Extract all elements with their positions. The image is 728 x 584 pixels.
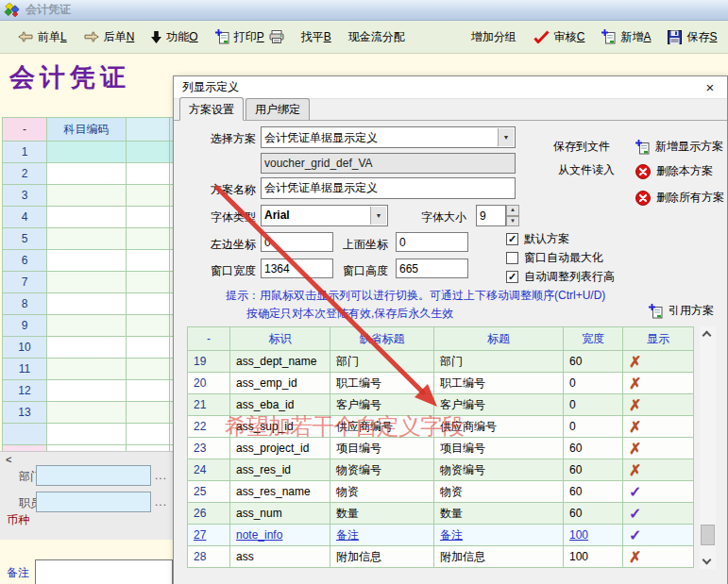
- note-input[interactable]: [35, 559, 173, 584]
- col-visible-cell[interactable]: ✗: [623, 438, 694, 459]
- checkbox-0[interactable]: ✓默认方案: [506, 231, 569, 246]
- table-row[interactable]: 19ass_dept_name部门部门60✗: [188, 351, 694, 373]
- voucher-cell[interactable]: [127, 293, 170, 315]
- voucher-cell[interactable]: [47, 207, 127, 228]
- voucher-cell[interactable]: [47, 359, 127, 380]
- spin-down-icon[interactable]: ▼: [506, 216, 519, 227]
- col-title-cell: 数量: [434, 503, 564, 525]
- voucher-cell[interactable]: [47, 272, 127, 293]
- voucher-cell[interactable]: [47, 250, 127, 272]
- emp-more-button[interactable]: ...: [155, 495, 167, 509]
- voucher-cell[interactable]: [127, 142, 170, 163]
- delete-all-plans-button[interactable]: 删除所有方案: [635, 190, 724, 206]
- voucher-cell[interactable]: [127, 402, 170, 424]
- table-row[interactable]: 20ass_emp_id职工编号职工编号0✗: [188, 373, 694, 394]
- column-table-header: - 标识 缺省标题 标题 宽度 显示: [188, 327, 694, 351]
- toolbar-button-O[interactable]: 功能O: [143, 26, 206, 48]
- table-scrollbar[interactable]: [700, 326, 716, 569]
- col-visible-cell[interactable]: ✗: [623, 373, 694, 394]
- save-to-file-button[interactable]: 保存到文件: [553, 139, 610, 155]
- chevron-down-icon[interactable]: ▼: [498, 128, 514, 146]
- emp-input[interactable]: [36, 492, 151, 512]
- scroll-up-icon[interactable]: [703, 331, 712, 341]
- col-visible-cell[interactable]: ✓: [623, 503, 694, 525]
- delete-plan-button[interactable]: 删除本方案: [635, 163, 713, 179]
- plan-name-input[interactable]: [261, 177, 516, 199]
- dept-input[interactable]: [36, 465, 151, 486]
- table-row[interactable]: 21ass_eba_id客户编号客户编号0✗: [188, 394, 694, 416]
- toolbar-button-增加分组[interactable]: 增加分组: [463, 26, 525, 48]
- voucher-cell[interactable]: [47, 402, 127, 424]
- printer-icon: [269, 30, 284, 43]
- col-visible-cell[interactable]: ✓: [623, 525, 694, 546]
- voucher-cell[interactable]: [127, 185, 170, 207]
- window-width-input[interactable]: [261, 259, 333, 278]
- voucher-cell[interactable]: [127, 207, 170, 228]
- table-row[interactable]: 22ass_sup_id供应商编号供应商编号0✗: [188, 416, 694, 438]
- col-visible-cell[interactable]: ✓: [623, 481, 694, 503]
- toolbar-button-B[interactable]: 找平B: [293, 26, 340, 48]
- table-row[interactable]: 25ass_res_name物资物资60✓: [188, 481, 694, 503]
- voucher-cell[interactable]: [127, 250, 170, 272]
- checkbox-1[interactable]: 窗口自动最大化: [506, 250, 603, 265]
- chevron-down-icon[interactable]: ▼: [370, 207, 386, 225]
- col-id-cell: ass_res_id: [230, 459, 330, 481]
- dept-more-button[interactable]: ...: [155, 469, 167, 482]
- table-row[interactable]: 26ass_num数量数量60✓: [188, 503, 694, 525]
- voucher-cell[interactable]: [127, 163, 170, 185]
- table-row[interactable]: 23ass_project_id项目编号项目编号60✗: [188, 438, 694, 459]
- voucher-cell[interactable]: [47, 315, 127, 337]
- voucher-cell[interactable]: [47, 163, 127, 185]
- plan-select[interactable]: 会计凭证单据显示定义 ▼: [261, 126, 516, 148]
- spin-up-icon[interactable]: ▲: [506, 205, 519, 216]
- voucher-cell[interactable]: [127, 272, 170, 293]
- left-coord-input[interactable]: [261, 232, 333, 252]
- collapse-panel-button[interactable]: <: [6, 454, 11, 465]
- voucher-cell[interactable]: [127, 315, 170, 337]
- checkbox-icon[interactable]: [506, 252, 518, 264]
- top-coord-input[interactable]: [396, 232, 468, 252]
- reference-plan-button[interactable]: 引用方案: [649, 303, 714, 319]
- voucher-cell[interactable]: [47, 142, 127, 163]
- voucher-cell[interactable]: [127, 359, 170, 380]
- toolbar-button-现金流分配[interactable]: 现金流分配: [340, 26, 414, 48]
- font-size-spinner[interactable]: ▲ ▼: [506, 205, 519, 226]
- toolbar-button-L[interactable]: 前单L: [9, 26, 76, 48]
- close-icon[interactable]: ×: [702, 79, 719, 96]
- tab-user-binding[interactable]: 用户绑定: [245, 98, 310, 120]
- voucher-cell[interactable]: [47, 380, 127, 402]
- voucher-cell[interactable]: [127, 337, 170, 359]
- toolbar-button-C[interactable]: 审核C: [525, 26, 594, 48]
- add-plan-button[interactable]: 新增显示方案: [635, 139, 723, 155]
- grid-row: 10: [3, 337, 192, 359]
- voucher-cell[interactable]: [47, 228, 127, 250]
- voucher-cell[interactable]: [47, 293, 127, 315]
- checkbox-icon[interactable]: ✓: [506, 233, 518, 245]
- window-height-input[interactable]: [396, 259, 468, 278]
- font-size-input[interactable]: [476, 205, 506, 226]
- voucher-cell[interactable]: [47, 185, 127, 207]
- toolbar-button-S[interactable]: 保存S: [659, 26, 725, 48]
- checkbox-icon[interactable]: ✓: [506, 271, 518, 283]
- col-visible-cell[interactable]: ✗: [623, 546, 694, 568]
- toolbar-button-N[interactable]: 后单N: [76, 26, 144, 48]
- table-row[interactable]: 27note_info备注备注100✓: [188, 525, 694, 546]
- voucher-cell[interactable]: [47, 337, 127, 359]
- read-from-file-button[interactable]: 从文件读入: [558, 162, 615, 178]
- checkbox-2[interactable]: ✓自动调整列表行高: [506, 269, 615, 284]
- scroll-down-icon[interactable]: [703, 556, 712, 565]
- col-visible-cell[interactable]: ✗: [623, 459, 694, 481]
- toolbar-button-A[interactable]: 新增A: [593, 26, 659, 48]
- tab-plan-settings[interactable]: 方案设置: [179, 97, 244, 121]
- table-row[interactable]: 24ass_res_id物资编号物资编号60✗: [188, 459, 694, 481]
- toolbar-button-P[interactable]: 打印P: [207, 26, 293, 48]
- voucher-cell[interactable]: [127, 228, 170, 250]
- voucher-grid-body: -科目编码12345678910111213: [3, 118, 192, 467]
- table-row[interactable]: 28ass附加信息附加信息100✗: [188, 546, 694, 568]
- voucher-cell[interactable]: [127, 380, 170, 402]
- scrollbar-thumb[interactable]: [701, 525, 715, 545]
- col-visible-cell[interactable]: ✗: [623, 394, 694, 416]
- font-type-select[interactable]: Arial ▼: [261, 205, 388, 226]
- col-visible-cell[interactable]: ✗: [623, 351, 694, 373]
- col-visible-cell[interactable]: ✗: [623, 416, 694, 438]
